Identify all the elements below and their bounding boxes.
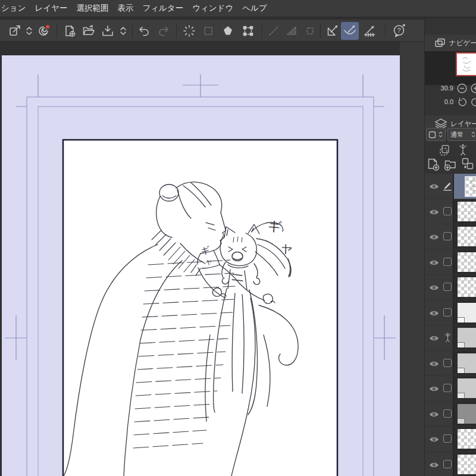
save-button[interactable] (100, 23, 115, 39)
document-canvas[interactable]: ギ ャ ギ ヤ (2, 55, 400, 476)
layer-row[interactable] (425, 402, 476, 427)
deselect-button[interactable] (181, 23, 197, 39)
help-button[interactable]: ? (392, 23, 407, 39)
snap-gradient-button[interactable] (284, 23, 299, 39)
open-file-button[interactable] (81, 23, 96, 39)
layer-color-dropdown[interactable] (426, 128, 446, 141)
layer-checkbox[interactable] (442, 231, 453, 242)
layer-thumbnail-cell[interactable] (453, 402, 476, 427)
navigator-panel-header[interactable]: ナビゲーター (425, 35, 476, 51)
layer-thumbnail-cell[interactable] (453, 250, 476, 275)
new-layer-button[interactable] (427, 156, 441, 171)
layer-row[interactable] (425, 275, 476, 300)
rotate-ccw-button[interactable] (457, 97, 467, 107)
layer-thumbnail-cell[interactable] (453, 199, 476, 224)
layer-thumbnail[interactable] (458, 202, 476, 221)
reselect-button[interactable] (201, 23, 216, 39)
layer-thumbnail-cell[interactable] (453, 351, 476, 376)
layer-visibility-eye-icon[interactable] (428, 258, 440, 269)
navigator-thumbnail[interactable] (456, 52, 476, 76)
layer-row[interactable] (425, 300, 476, 326)
canvas-graphics[interactable]: ギ ャ ギ ヤ (2, 55, 400, 476)
snap-frame-button[interactable] (302, 23, 318, 39)
layer-mask-icon[interactable] (439, 143, 452, 156)
crop-canvas-button[interactable] (240, 23, 256, 39)
open-in-app-button[interactable] (7, 23, 23, 39)
toolbar-expander-icon[interactable] (24, 23, 35, 39)
layer-thumbnail[interactable] (458, 353, 476, 373)
layer-thumbnail-cell[interactable] (453, 300, 476, 325)
layer-row[interactable] (425, 325, 476, 351)
layer-thumbnail-cell[interactable] (453, 275, 476, 300)
undo-button[interactable] (136, 23, 152, 39)
save-expander-icon[interactable] (118, 23, 129, 39)
layer-thumbnail-cell[interactable] (453, 427, 476, 452)
layer-row[interactable] (425, 250, 476, 275)
layer-thumbnail-cell[interactable] (453, 325, 476, 350)
layer-row[interactable] (425, 174, 476, 199)
layer-thumbnail[interactable] (465, 176, 476, 197)
snap-to-ruler-button[interactable] (325, 23, 340, 39)
layer-thumbnail-cell[interactable] (453, 224, 476, 249)
layer-thumbnail[interactable] (458, 277, 476, 297)
menu-item-4[interactable]: フィルター (142, 3, 183, 14)
menu-item-6[interactable]: ヘルプ (242, 3, 267, 14)
layer-thumbnail-cell[interactable] (453, 452, 476, 476)
layer-row[interactable] (425, 452, 476, 476)
snap-to-special-ruler-button[interactable] (341, 22, 359, 40)
layer-edit-pen-icon[interactable] (442, 180, 453, 191)
new-canvas-button[interactable] (62, 23, 77, 39)
layer-checkbox[interactable] (442, 459, 453, 469)
layer-checkbox[interactable] (442, 433, 453, 444)
layer-thumbnail-cell[interactable] (453, 376, 476, 401)
blend-mode-dropdown[interactable]: 通常 (447, 128, 476, 141)
menu-item-0[interactable]: ション (1, 3, 26, 14)
layer-thumbnail[interactable] (458, 429, 476, 449)
clear-selection-button[interactable] (220, 23, 236, 39)
layer-checkbox[interactable] (442, 383, 453, 393)
menu-item-2[interactable]: 選択範囲 (76, 3, 108, 14)
layer-row[interactable] (425, 351, 476, 377)
menu-item-5[interactable]: ウィンドウ (192, 3, 233, 14)
layer-thumbnail[interactable] (458, 328, 476, 347)
layer-visibility-eye-icon[interactable] (428, 208, 440, 218)
snap-to-guide-button[interactable] (362, 23, 377, 39)
zoom-in-button[interactable] (471, 83, 476, 93)
layer-visibility-eye-icon[interactable] (428, 384, 440, 395)
rotate-cw-button[interactable] (471, 97, 476, 107)
new-folder-button[interactable] (443, 156, 458, 171)
layer-thumbnail[interactable] (458, 227, 476, 246)
layer-visibility-eye-icon[interactable] (428, 182, 440, 193)
snap-line-button[interactable] (266, 23, 281, 39)
layer-thumbnail[interactable] (458, 404, 476, 424)
transfer-layer-button[interactable] (461, 156, 475, 171)
layer-visibility-eye-icon[interactable] (428, 435, 440, 446)
layer-visibility-eye-icon[interactable] (428, 359, 440, 370)
layer-checkbox[interactable] (442, 358, 453, 368)
layer-thumbnail[interactable] (458, 303, 476, 322)
layer-thumbnail[interactable] (458, 378, 476, 398)
layer-visibility-eye-icon[interactable] (428, 461, 440, 471)
layer-ruler-icon[interactable] (442, 332, 453, 343)
layer-checkbox[interactable] (442, 256, 453, 267)
layer-thumbnail[interactable] (458, 252, 476, 272)
layer-checkbox[interactable] (442, 206, 453, 217)
ruler-icon[interactable] (458, 143, 468, 156)
layer-row[interactable] (425, 427, 476, 452)
zoom-out-button[interactable] (457, 83, 467, 93)
layer-row[interactable] (425, 376, 476, 402)
layer-visibility-eye-icon[interactable] (428, 283, 440, 294)
layer-checkbox[interactable] (442, 307, 453, 318)
menu-item-1[interactable]: レイヤー (35, 3, 67, 14)
clip-studio-home-button[interactable] (36, 23, 51, 39)
layer-visibility-eye-icon[interactable] (428, 334, 440, 345)
layer-checkbox[interactable] (442, 408, 453, 419)
layer-thumbnail[interactable] (458, 455, 476, 474)
layer-checkbox[interactable] (442, 281, 453, 292)
layer-visibility-eye-icon[interactable] (428, 410, 440, 421)
redo-button[interactable] (156, 23, 171, 39)
layer-visibility-eye-icon[interactable] (428, 233, 440, 243)
layer-row[interactable] (425, 199, 476, 225)
navigator-preview-area[interactable] (425, 51, 476, 85)
menu-item-3[interactable]: 表示 (117, 3, 133, 14)
